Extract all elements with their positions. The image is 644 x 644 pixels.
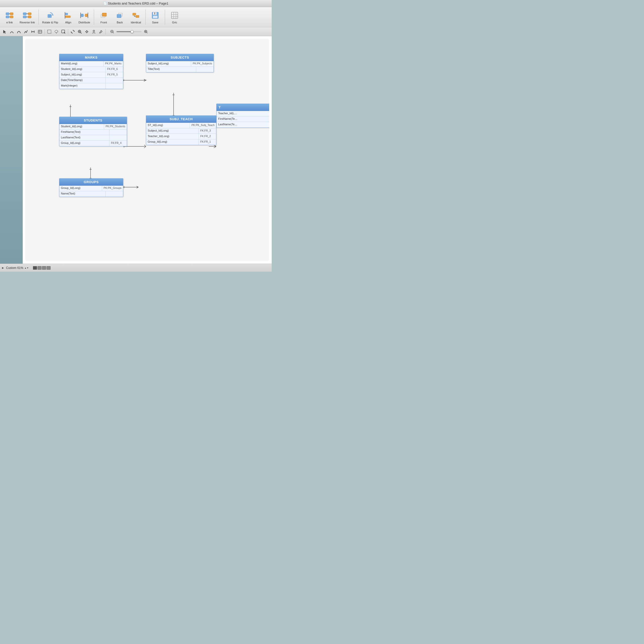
identical-label: Identical <box>131 21 141 24</box>
page-indicator-1[interactable] <box>33 266 37 270</box>
subjects-row-2: Title(Text) <box>146 67 214 72</box>
grid-label: Gric <box>172 21 177 24</box>
window-title: Students and Teachers ERD.cdd – Page1 <box>108 2 168 5</box>
lasso-tool[interactable] <box>53 28 60 35</box>
svg-rect-31 <box>153 16 157 18</box>
zoom-out-button[interactable] <box>109 28 115 35</box>
page-indicator-2[interactable] <box>37 266 42 270</box>
subj-teach-row-1: ST_Id(Long) PK:PK_Subj_Teach <box>146 123 216 128</box>
svg-rect-10 <box>28 16 31 18</box>
reverse-link-button[interactable]: Reverse link <box>18 8 36 26</box>
canvas-area[interactable]: Students and Teachers ⊣ ⊢ <box>23 36 272 264</box>
teachers-entity[interactable]: T Teacher_Id(L… FirstName(Te… LastName(T… <box>216 104 269 128</box>
main-toolbar: e link Reverse link <box>0 7 272 27</box>
align-label: Align <box>65 21 71 24</box>
status-bar: ▶ Custom 61% ▲▼ <box>0 264 272 272</box>
select-all-tool[interactable] <box>46 28 53 35</box>
teachers-row-2: FirstName(Te… <box>217 116 269 122</box>
zoom-thumb[interactable] <box>131 30 134 33</box>
secondary-toolbar <box>0 27 272 36</box>
main-area: Students and Teachers ⊣ ⊢ <box>0 36 272 264</box>
svg-rect-27 <box>133 13 136 15</box>
svg-marker-38 <box>3 30 6 34</box>
svg-line-63 <box>147 32 147 33</box>
svg-rect-13 <box>48 14 51 18</box>
page-indicator-4[interactable] <box>47 266 51 270</box>
person-tool[interactable] <box>91 28 97 35</box>
zoom-display: Custom 61% ▲▼ <box>6 266 29 270</box>
groups-row-1: Group_Id(Long) PK:PK_Groups <box>59 186 123 191</box>
zoom-controls <box>109 28 149 35</box>
rotate-flip-button[interactable]: Rotate & Flip <box>41 8 60 26</box>
teachers-header: T <box>217 104 269 111</box>
pointer-tool[interactable] <box>2 28 8 35</box>
svg-line-94 <box>137 187 138 188</box>
marks-header: MARKS <box>59 54 123 61</box>
subj-teach-row-3: Teacher_Id(Long) FK:FR_2 <box>146 134 216 139</box>
svg-rect-19 <box>85 14 88 17</box>
toolbar-divider-3 <box>145 10 146 25</box>
pen-tool[interactable] <box>98 28 104 35</box>
front-label: Front <box>100 21 107 24</box>
refresh-tool[interactable] <box>69 28 76 35</box>
svg-rect-4 <box>10 16 13 18</box>
front-button[interactable]: Front <box>96 8 111 26</box>
zoom-arrow[interactable]: ▲▼ <box>24 267 29 269</box>
svg-line-79 <box>144 145 146 146</box>
svg-rect-9 <box>23 16 26 18</box>
toolbar2-divider-3 <box>105 29 106 34</box>
align-button[interactable]: Align <box>61 8 76 26</box>
svg-line-97 <box>214 146 216 148</box>
zoom-in-button[interactable] <box>143 28 149 35</box>
svg-line-58 <box>99 33 100 33</box>
reverse-link-icon <box>22 10 32 20</box>
svg-rect-24 <box>102 13 106 16</box>
groups-header: GROUPS <box>59 179 123 186</box>
students-row-4: Group_Id(Long) FK:FR_4 <box>59 141 127 146</box>
curve-tool[interactable] <box>9 28 15 35</box>
students-row-2: FirstName(Text) <box>59 130 127 135</box>
subjects-entity[interactable]: SUBJECTS Subject_Id(Long) PK:PK_Subjects… <box>146 54 214 72</box>
page-indicator-3[interactable] <box>42 266 46 270</box>
nav-left-button[interactable]: ▶ <box>2 266 4 269</box>
e-link-button[interactable]: e link <box>2 8 17 26</box>
distribute-button[interactable]: Distribute <box>77 8 92 26</box>
canvas-content[interactable]: ⊣ ⊢ <box>25 39 269 261</box>
back-label: Back <box>117 21 123 24</box>
marks-row-2: Student_Id(Long) FK:FR_6 <box>59 67 123 72</box>
students-row-1: Student_Id(Long) PK:PK_Students <box>59 124 127 130</box>
toolbar-divider-2 <box>94 10 94 25</box>
svg-rect-32 <box>154 12 155 14</box>
svg-point-57 <box>93 30 95 32</box>
identical-button[interactable]: Identical <box>128 8 143 26</box>
svg-rect-33 <box>172 12 178 18</box>
back-button[interactable]: Back <box>112 8 127 26</box>
svg-point-56 <box>86 31 88 32</box>
identical-icon <box>131 10 141 20</box>
svg-rect-7 <box>28 13 31 15</box>
marks-row-1: MarkId(Long) PK:PK_Marks <box>59 61 123 67</box>
line-tool[interactable] <box>23 28 29 35</box>
table-tool[interactable] <box>37 28 43 35</box>
marks-row-5: Mark(Integer) <box>59 83 123 89</box>
marks-row-4: Date(TimeStamp) <box>59 78 123 83</box>
arc-tool[interactable] <box>16 28 22 35</box>
svg-rect-1 <box>10 13 13 15</box>
connect-tool[interactable] <box>30 28 36 35</box>
grid-button[interactable]: Gric <box>167 8 182 26</box>
distribute-icon <box>79 10 89 20</box>
save-button[interactable]: Save <box>148 8 163 26</box>
zoom-select-tool[interactable] <box>60 28 67 35</box>
pan-tool[interactable] <box>84 28 90 35</box>
zoom-slider[interactable] <box>116 31 142 32</box>
grid-icon <box>170 10 180 20</box>
marks-entity[interactable]: MARKS MarkId(Long) PK:PK_Marks Student_I… <box>59 54 123 89</box>
groups-entity[interactable]: GROUPS Group_Id(Long) PK:PK_Groups Name(… <box>59 178 123 197</box>
students-entity[interactable]: STUDENTS Student_Id(Long) PK:PK_Students… <box>59 117 127 146</box>
svg-marker-12 <box>52 14 54 15</box>
e-link-icon <box>5 10 15 20</box>
back-icon <box>115 10 125 20</box>
students-header: STUDENTS <box>59 117 127 124</box>
subj-teach-entity[interactable]: SUBJ_TEACH ST_Id(Long) PK:PK_Subj_Teach … <box>146 115 216 145</box>
zoom-tool[interactable] <box>76 28 83 35</box>
